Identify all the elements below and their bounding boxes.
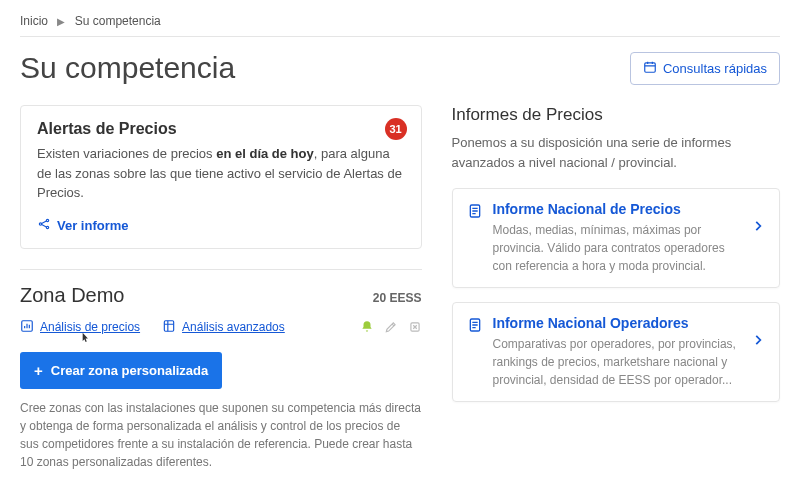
svg-rect-0	[645, 62, 656, 71]
document-icon	[467, 201, 483, 223]
report-title: Informe Nacional de Precios	[493, 201, 742, 217]
report-card-national-operators[interactable]: Informe Nacional Operadores Comparativas…	[452, 302, 781, 402]
chevron-right-icon	[751, 201, 765, 237]
divider	[20, 36, 780, 37]
alert-badge: 31	[385, 118, 407, 140]
advanced-analysis-label: Análisis avanzados	[182, 320, 285, 334]
price-analysis-link[interactable]: Análisis de precios	[20, 319, 140, 336]
svg-point-3	[46, 226, 48, 228]
create-zone-help: Cree zonas con las instalaciones que sup…	[20, 399, 422, 471]
plus-icon: +	[34, 362, 43, 379]
view-report-label: Ver informe	[57, 218, 129, 233]
price-alerts-card: 31 Alertas de Precios Existen variacione…	[20, 105, 422, 249]
share-icon	[37, 217, 51, 234]
chevron-right-icon	[751, 315, 765, 351]
bell-icon[interactable]	[360, 320, 374, 334]
svg-point-1	[39, 222, 41, 224]
breadcrumb-home[interactable]: Inicio	[20, 14, 48, 28]
bar-chart-icon	[20, 319, 34, 336]
quick-queries-button[interactable]: Consultas rápidas	[630, 52, 780, 85]
svg-rect-5	[164, 320, 173, 331]
create-zone-label: Crear zona personalizada	[51, 363, 209, 378]
advanced-analysis-link[interactable]: Análisis avanzados	[162, 319, 285, 336]
calendar-icon	[643, 60, 657, 77]
zone-title: Zona Demo	[20, 284, 125, 307]
alert-text: Existen variaciones de precios en el día…	[37, 144, 405, 203]
page-title: Su competencia	[20, 51, 235, 85]
spreadsheet-icon	[162, 319, 176, 336]
alert-title: Alertas de Precios	[37, 120, 405, 138]
svg-point-2	[46, 219, 48, 221]
zone-block: Zona Demo 20 EESS Análisis de precios	[20, 269, 422, 336]
zone-count: 20 EESS	[373, 291, 422, 305]
report-desc: Comparativas por operadores, por provinc…	[493, 335, 742, 389]
report-card-national-prices[interactable]: Informe Nacional de Precios Modas, media…	[452, 188, 781, 288]
report-title: Informe Nacional Operadores	[493, 315, 742, 331]
breadcrumb: Inicio ▶ Su competencia	[20, 14, 780, 28]
view-report-link[interactable]: Ver informe	[37, 217, 405, 234]
delete-icon[interactable]	[408, 320, 422, 334]
breadcrumb-current: Su competencia	[75, 14, 161, 28]
quick-queries-label: Consultas rápidas	[663, 61, 767, 76]
document-icon	[467, 315, 483, 337]
price-analysis-label: Análisis de precios	[40, 320, 140, 334]
report-desc: Modas, medias, mínimas, máximas por prov…	[493, 221, 742, 275]
pencil-icon[interactable]	[384, 320, 398, 334]
reports-heading: Informes de Precios	[452, 105, 781, 125]
create-zone-button[interactable]: + Crear zona personalizada	[20, 352, 222, 389]
reports-intro: Ponemos a su disposición una serie de in…	[452, 133, 781, 172]
breadcrumb-sep: ▶	[57, 16, 65, 27]
